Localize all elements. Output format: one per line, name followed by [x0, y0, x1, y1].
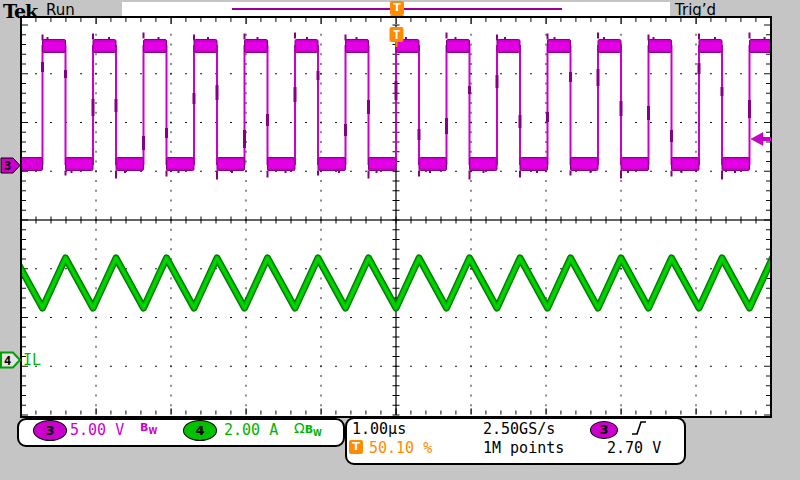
ch3-bandwidth-icon: BW — [140, 421, 157, 436]
timebase-value: 1.00µs — [352, 420, 406, 438]
bw-w: W — [313, 429, 322, 438]
ch4-badge-number: 4 — [4, 354, 11, 368]
rising-edge-icon — [630, 420, 648, 436]
sample-rate-value: 2.50GS/s — [483, 420, 555, 438]
bw-w: W — [148, 427, 157, 436]
ch4-waveform-label: IL — [23, 351, 41, 369]
ch4-ground-marker[interactable]: 4 — [1, 353, 20, 368]
ch3-waveform-label: SW — [23, 156, 42, 174]
bw-b: B — [305, 423, 313, 436]
trigger-level-value: 2.70 V — [607, 439, 661, 457]
trigger-source-badge: 3 — [590, 421, 618, 439]
trigger-position-value: 50.10 % — [369, 439, 432, 457]
ch4-scale-value: 2.00 A — [224, 421, 278, 439]
ch4-coupling-bandwidth: ΩBW — [294, 420, 322, 438]
trigger-t-glyph: T — [393, 28, 400, 42]
record-length-value: 1M points — [483, 439, 564, 457]
ch3-ground-marker[interactable]: 3 — [1, 158, 20, 173]
trigger-position-t-icon: T — [349, 440, 363, 454]
scope-display: T 3 SW 4 IL — [0, 0, 800, 480]
ch3-readout-badge: 3 — [33, 420, 67, 441]
ch3-badge-number: 3 — [4, 159, 11, 173]
ohm-coupling-icon: Ω — [294, 420, 305, 436]
ch3-scale-value: 5.00 V — [70, 421, 124, 439]
ch4-readout-badge: 4 — [183, 420, 217, 441]
